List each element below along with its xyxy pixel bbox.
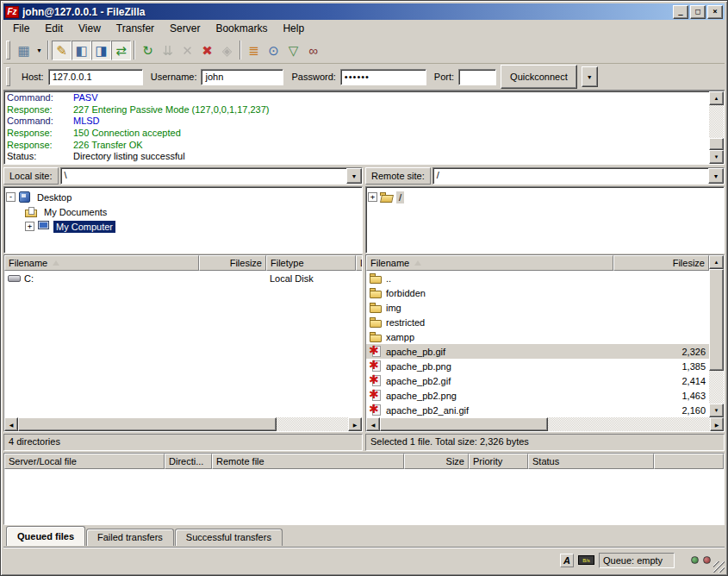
remote-vertical-scrollbar[interactable]: ▲ ▼ [709,255,724,417]
tree-item-root[interactable]: + / [368,190,722,204]
disconnect-icon[interactable]: ✖ [197,41,217,60]
close-button[interactable]: × [707,5,723,19]
tree-item-desktop[interactable]: - Desktop [6,190,360,204]
menu-edit[interactable]: Edit [37,21,71,36]
reconnect-icon[interactable]: ◈ [217,41,237,60]
speed-limit-icon[interactable]: B/s [578,555,594,565]
file-name: C: [24,273,34,284]
remote-site-combo[interactable]: / ▼ [432,167,725,185]
menu-server[interactable]: Server [162,21,208,36]
table-row[interactable]: apache_pb2.png 1,463 [366,388,709,403]
column-header-filename[interactable]: Filename [4,255,199,271]
quickconnect-dropdown-icon[interactable]: ▼ [582,66,598,87]
site-manager-icon[interactable]: ▦ [14,41,34,60]
maximize-button[interactable]: □ [690,5,706,19]
scroll-track[interactable] [709,105,724,138]
table-row[interactable]: forbidden [366,285,709,300]
find-files-icon[interactable]: ∞ [303,41,323,60]
tab-successful-transfers[interactable]: Successful transfers [175,529,283,546]
column-header-last-modified[interactable]: L [356,255,362,271]
scroll-thumb[interactable] [380,417,548,431]
table-row[interactable]: apache_pb2.gif 2,414 [366,373,709,388]
column-header-direction[interactable]: Directi... [165,454,212,469]
local-horizontal-scrollbar[interactable]: ◀ ▶ [4,417,362,431]
menu-bookmarks[interactable]: Bookmarks [208,21,275,36]
remote-site-value[interactable]: / [433,168,708,184]
column-header-filename[interactable]: Filename [366,255,613,271]
expand-icon[interactable]: + [25,222,34,231]
port-input[interactable] [458,69,496,85]
table-row[interactable]: apache_pb2_ani.gif 2,160 [366,403,709,417]
scroll-track[interactable] [277,417,348,431]
tree-item-label[interactable]: My Computer [53,221,115,233]
scroll-thumb[interactable] [709,269,724,371]
scroll-right-icon[interactable]: ▶ [348,417,362,431]
scroll-up-icon[interactable]: ▲ [709,255,724,269]
resize-grip[interactable] [713,561,725,573]
minimize-button[interactable]: _ [673,5,688,19]
column-header-filetype[interactable]: Filetype [266,255,356,271]
local-site-value[interactable]: \ [61,168,346,184]
toggle-remote-tree-icon[interactable]: ◨ [91,41,111,60]
scroll-thumb[interactable] [18,417,277,431]
queue-header: Server/Local file Directi... Remote file… [4,454,724,469]
toggle-local-tree-icon[interactable]: ◧ [72,41,91,60]
site-manager-dropdown-icon[interactable]: ▼ [34,41,45,60]
scroll-down-icon[interactable]: ▼ [709,404,724,417]
tree-item-label[interactable]: / [396,191,404,203]
directory-comparison-icon[interactable]: ≣ [244,41,264,60]
toggle-message-log-icon[interactable]: ✎ [52,41,72,60]
menu-help[interactable]: Help [275,21,312,36]
log-scrollbar[interactable]: ▲ ▼ [709,91,724,164]
table-row[interactable]: restricted [366,315,709,329]
quickconnect-button[interactable]: Quickconnect [501,65,577,89]
host-input[interactable]: 127.0.0.1 [48,69,143,85]
scroll-right-icon[interactable]: ▶ [710,417,724,431]
transfer-type-icon[interactable]: A [560,554,574,567]
refresh-icon[interactable]: ↻ [138,41,158,60]
menu-transfer[interactable]: Transfer [109,21,162,36]
tree-item-label[interactable]: Desktop [34,191,74,203]
chevron-down-icon[interactable]: ▼ [346,168,362,184]
local-site-combo[interactable]: \ ▼ [60,167,363,185]
table-row[interactable]: apache_pb.png 1,385 [366,359,709,373]
column-header-priority[interactable]: Priority [469,454,528,469]
chevron-down-icon[interactable]: ▼ [708,168,724,184]
scroll-track[interactable] [548,417,710,431]
tree-item-my-documents[interactable]: My Documents [25,204,360,219]
tree-item-label[interactable]: My Documents [41,206,109,218]
process-queue-icon[interactable]: ⇊ [158,41,177,60]
menu-view[interactable]: View [71,21,109,36]
remote-horizontal-scrollbar[interactable]: ◀ ▶ [366,417,724,431]
filter-icon[interactable]: ▽ [283,41,303,60]
scroll-thumb[interactable] [709,138,724,150]
tab-queued-files[interactable]: Queued files [6,526,85,546]
column-header-filesize[interactable]: Filesize [613,255,709,271]
log-line-text: Directory listing successful [73,151,185,163]
collapse-icon[interactable]: - [6,192,16,202]
table-row[interactable]: xampp [366,329,709,344]
scroll-left-icon[interactable]: ◀ [4,417,18,431]
synchronized-browsing-icon[interactable]: ⊙ [264,41,283,60]
username-input[interactable]: john [201,69,283,85]
scroll-up-icon[interactable]: ▲ [709,91,724,105]
column-header-server-local-file[interactable]: Server/Local file [4,454,165,469]
toggle-queue-icon[interactable]: ⇄ [111,41,131,60]
column-header-size[interactable]: Size [404,454,469,469]
table-row[interactable]: .. [366,271,709,285]
column-header-filesize[interactable]: Filesize [199,255,266,271]
column-header-remote-file[interactable]: Remote file [212,454,404,469]
scroll-track[interactable] [709,371,724,404]
scroll-left-icon[interactable]: ◀ [366,417,380,431]
table-row[interactable]: img [366,300,709,315]
tree-item-my-computer[interactable]: + My Computer [25,219,360,234]
menu-file[interactable]: File [5,21,37,36]
expand-icon[interactable]: + [368,192,377,202]
table-row[interactable]: C: Local Disk [4,271,362,285]
column-header-status[interactable]: Status [528,454,654,469]
cancel-icon[interactable]: ✕ [177,41,197,60]
scroll-down-icon[interactable]: ▼ [709,150,724,164]
table-row-selected[interactable]: apache_pb.gif 2,326 [366,344,709,359]
tab-failed-transfers[interactable]: Failed transfers [86,529,174,546]
password-input[interactable]: •••••• [340,69,426,85]
